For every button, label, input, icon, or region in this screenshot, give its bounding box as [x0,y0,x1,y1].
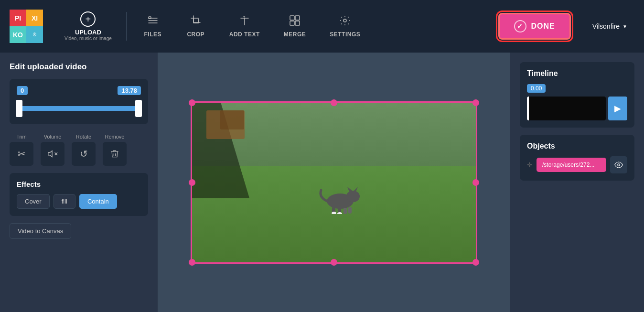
cover-button[interactable]: Cover [17,194,50,209]
merge-icon [289,15,301,29]
nav-item-merge[interactable]: MERGE [274,10,316,43]
volume-button[interactable] [41,142,64,166]
remove-label: Remove [105,134,125,140]
slider-track[interactable] [17,100,141,117]
nav-item-files[interactable]: FILES [134,10,172,43]
files-label: FILES [144,31,161,38]
wood-object [220,110,244,129]
svg-rect-18 [348,207,352,214]
tool-group-rotate: Rotate ↺ [72,134,96,166]
nav-item-crop[interactable]: CROP [177,10,215,43]
slider-end-badge: 13.78 [118,86,141,95]
svg-marker-8 [48,151,52,157]
crop-handle-top-left[interactable] [189,99,195,106]
done-label: DONE [531,22,555,31]
user-name: Vilsonfire [592,22,620,30]
slider-bg [17,106,141,111]
user-menu[interactable]: Vilsonfire ▼ [585,19,634,34]
nav-item-add-text[interactable]: T ADD TEXT [220,10,269,43]
nav-item-settings[interactable]: SETTINGS [320,10,370,43]
settings-label: SETTINGS [330,31,360,38]
tool-group-trim: Trim ✂ [10,134,33,166]
effects-section: Effects Cover fill Contain [10,173,148,216]
svg-text:T: T [243,16,246,19]
object-item: ✛ /storage/users/272... [527,156,627,173]
crop-handle-bottom-center[interactable] [331,259,337,266]
slider-labels: 0 13.78 [17,86,141,95]
timeline-section: Timeline 0.00 ▶ [520,62,634,128]
timeline-indicator [527,97,529,120]
svg-marker-13 [347,187,352,192]
trim-button[interactable]: ✂ [10,142,33,166]
crop-handle-middle-left[interactable] [189,179,195,186]
edit-tools: Trim ✂ Volume Rotate ↺ Remove [10,134,148,166]
timeline-title: Timeline [527,69,627,78]
logo-xi: XI [26,10,43,26]
volume-label: Volume [44,134,62,140]
fill-button[interactable]: fill [54,194,75,209]
svg-rect-6 [295,21,300,25]
slider-container: 0 13.78 [10,79,148,124]
remove-button[interactable] [103,142,127,166]
svg-rect-0 [149,17,151,19]
crop-label: CROP [187,31,204,38]
done-check-icon: ✓ [514,20,526,32]
timeline-time-badge: 0.00 [527,84,546,93]
object-drag-handle[interactable]: ✛ [527,161,533,169]
slider-thumb-right[interactable] [135,100,142,117]
files-icon [147,15,159,29]
tool-group-volume: Volume [41,134,64,166]
svg-rect-5 [290,21,294,25]
cat-svg [314,183,366,214]
center-canvas [158,53,510,312]
right-panel: Timeline 0.00 ▶ Objects ✛ /storage/users… [510,53,644,312]
logo-pi: PI [10,10,26,26]
tool-group-remove: Remove [103,134,127,166]
upload-button[interactable]: + UPLOAD Video, music or image [57,7,119,46]
crop-handle-bottom-right[interactable] [472,259,479,266]
done-button[interactable]: ✓ DONE [498,13,571,40]
upload-sublabel: Video, music or image [64,36,112,41]
timeline-play-button[interactable]: ▶ [608,97,627,120]
svg-rect-3 [290,16,294,20]
timeline-track: ▶ [527,97,627,120]
video-placeholder [192,103,476,262]
left-panel: Edit uploaded video 0 13.78 Trim ✂ Volum… [0,53,158,312]
settings-icon [339,15,351,29]
video-frame[interactable] [191,101,477,264]
svg-point-12 [346,191,360,202]
video-to-canvas-button[interactable]: Video to Canvas [10,223,71,239]
effects-buttons: Cover fill Contain [17,194,141,209]
crop-handle-middle-right[interactable] [472,179,479,186]
svg-rect-17 [343,208,347,214]
main-content: Edit uploaded video 0 13.78 Trim ✂ Volum… [0,53,644,312]
timeline-bar [527,97,606,120]
svg-rect-4 [295,16,300,20]
rotate-label: Rotate [76,134,91,140]
object-name[interactable]: /storage/users/272... [537,158,606,172]
logo: PI XI KO ® [10,10,43,43]
header: PI XI KO ® + UPLOAD Video, music or imag… [0,0,644,53]
objects-section: Objects ✛ /storage/users/272... [520,135,634,181]
crop-icon [190,15,202,29]
add-text-icon: T [239,15,250,29]
panel-title: Edit uploaded video [10,62,148,72]
slider-thumb-left[interactable] [16,100,22,117]
contain-button[interactable]: Contain [79,194,117,209]
rotate-button[interactable]: ↺ [72,142,96,166]
upload-icon: + [80,11,96,27]
svg-marker-14 [354,187,358,192]
crop-handle-top-center[interactable] [331,99,337,106]
add-text-label: ADD TEXT [229,31,260,38]
logo-reg: ® [26,26,43,43]
trim-label: Trim [16,134,27,140]
merge-label: MERGE [284,31,306,38]
crop-handle-bottom-left[interactable] [189,259,195,266]
effects-title: Effects [17,180,141,188]
upload-label: UPLOAD [75,29,101,36]
chevron-down-icon: ▼ [623,24,627,29]
svg-point-21 [618,164,620,166]
crop-handle-top-right[interactable] [472,99,479,106]
object-visibility-toggle[interactable] [610,156,627,173]
objects-title: Objects [527,142,627,151]
